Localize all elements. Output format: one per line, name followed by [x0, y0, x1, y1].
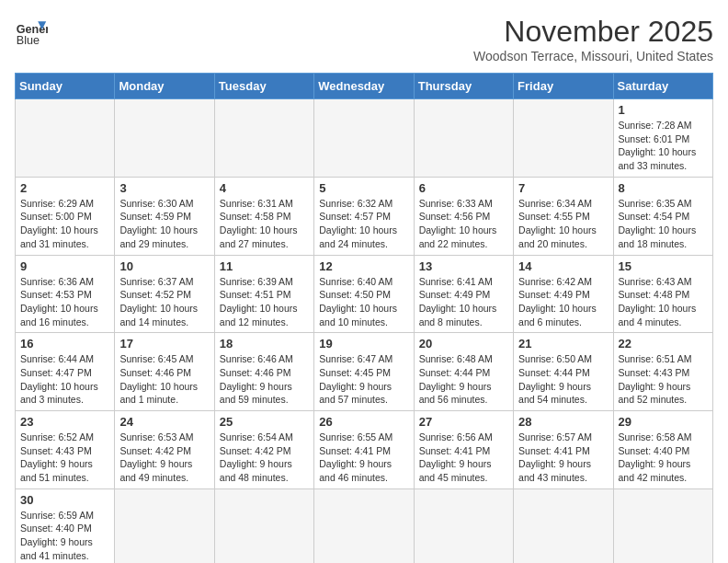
- day-number: 26: [319, 415, 408, 429]
- day-cell: 25Sunrise: 6:54 AM Sunset: 4:42 PM Dayli…: [214, 411, 313, 489]
- day-number: 11: [220, 259, 309, 273]
- day-info: Sunrise: 6:47 AM Sunset: 4:45 PM Dayligh…: [319, 352, 408, 407]
- day-cell: 10Sunrise: 6:37 AM Sunset: 4:52 PM Dayli…: [115, 255, 214, 333]
- day-number: 12: [319, 259, 408, 273]
- day-cell: [115, 99, 214, 178]
- day-cell: 23Sunrise: 6:52 AM Sunset: 4:43 PM Dayli…: [16, 411, 115, 489]
- day-info: Sunrise: 6:31 AM Sunset: 4:58 PM Dayligh…: [220, 197, 309, 251]
- week-row-5: 30Sunrise: 6:59 AM Sunset: 4:40 PM Dayli…: [16, 488, 713, 563]
- day-info: Sunrise: 6:33 AM Sunset: 4:56 PM Dayligh…: [419, 197, 508, 251]
- day-number: 27: [419, 415, 508, 429]
- day-cell: 28Sunrise: 6:57 AM Sunset: 4:41 PM Dayli…: [514, 411, 613, 489]
- day-cell: 18Sunrise: 6:46 AM Sunset: 4:46 PM Dayli…: [214, 333, 313, 411]
- day-cell: 14Sunrise: 6:42 AM Sunset: 4:49 PM Dayli…: [514, 255, 613, 333]
- day-number: 13: [419, 259, 508, 273]
- day-cell: 8Sunrise: 6:35 AM Sunset: 4:54 PM Daylig…: [613, 177, 712, 255]
- day-cell: [314, 488, 414, 563]
- day-info: Sunrise: 6:59 AM Sunset: 4:40 PM Dayligh…: [20, 509, 109, 563]
- day-info: Sunrise: 6:45 AM Sunset: 4:46 PM Dayligh…: [119, 352, 209, 407]
- day-number: 14: [518, 259, 608, 273]
- day-info: Sunrise: 6:50 AM Sunset: 4:44 PM Dayligh…: [518, 352, 608, 407]
- day-header-monday: Monday: [115, 74, 214, 99]
- day-number: 3: [119, 181, 209, 195]
- day-info: Sunrise: 6:41 AM Sunset: 4:49 PM Dayligh…: [419, 275, 508, 329]
- day-info: Sunrise: 6:51 AM Sunset: 4:43 PM Dayligh…: [619, 352, 708, 407]
- day-number: 19: [319, 337, 408, 350]
- day-info: Sunrise: 6:42 AM Sunset: 4:49 PM Dayligh…: [518, 275, 608, 329]
- day-number: 23: [20, 415, 109, 429]
- day-cell: 26Sunrise: 6:55 AM Sunset: 4:41 PM Dayli…: [314, 411, 414, 489]
- day-number: 15: [619, 259, 708, 273]
- day-header-saturday: Saturday: [613, 74, 712, 99]
- days-header-row: SundayMondayTuesdayWednesdayThursdayFrid…: [16, 74, 713, 99]
- day-info: Sunrise: 6:56 AM Sunset: 4:41 PM Dayligh…: [419, 431, 508, 485]
- day-cell: [414, 99, 513, 178]
- day-cell: 1Sunrise: 7:28 AM Sunset: 6:01 PM Daylig…: [613, 99, 712, 178]
- day-cell: 7Sunrise: 6:34 AM Sunset: 4:55 PM Daylig…: [514, 177, 613, 255]
- day-cell: 15Sunrise: 6:43 AM Sunset: 4:48 PM Dayli…: [613, 255, 712, 333]
- day-info: Sunrise: 6:32 AM Sunset: 4:57 PM Dayligh…: [319, 197, 408, 251]
- day-cell: [514, 488, 613, 563]
- day-header-thursday: Thursday: [414, 74, 513, 99]
- day-cell: 9Sunrise: 6:36 AM Sunset: 4:53 PM Daylig…: [16, 255, 115, 333]
- day-cell: 4Sunrise: 6:31 AM Sunset: 4:58 PM Daylig…: [214, 177, 313, 255]
- day-info: Sunrise: 6:36 AM Sunset: 4:53 PM Dayligh…: [20, 275, 109, 329]
- header: General Blue November 2025 Woodson Terra…: [15, 15, 713, 63]
- day-info: Sunrise: 6:46 AM Sunset: 4:46 PM Dayligh…: [220, 352, 309, 407]
- day-info: Sunrise: 6:52 AM Sunset: 4:43 PM Dayligh…: [20, 431, 109, 485]
- day-info: Sunrise: 6:40 AM Sunset: 4:50 PM Dayligh…: [319, 275, 408, 329]
- day-number: 21: [518, 337, 608, 350]
- day-cell: [613, 488, 712, 563]
- day-info: Sunrise: 6:37 AM Sunset: 4:52 PM Dayligh…: [119, 275, 209, 329]
- day-number: 24: [119, 415, 209, 429]
- day-info: Sunrise: 6:54 AM Sunset: 4:42 PM Dayligh…: [220, 431, 309, 485]
- month-title: November 2025: [473, 15, 713, 49]
- day-cell: 30Sunrise: 6:59 AM Sunset: 4:40 PM Dayli…: [16, 488, 115, 563]
- day-info: Sunrise: 6:48 AM Sunset: 4:44 PM Dayligh…: [419, 352, 508, 407]
- day-number: 25: [220, 415, 309, 429]
- day-number: 7: [518, 181, 608, 195]
- day-cell: [514, 99, 613, 178]
- day-number: 10: [119, 259, 209, 273]
- day-info: Sunrise: 6:44 AM Sunset: 4:47 PM Dayligh…: [20, 352, 109, 407]
- day-header-friday: Friday: [514, 74, 613, 99]
- day-number: 2: [20, 181, 109, 195]
- day-cell: [414, 488, 513, 563]
- day-number: 20: [419, 337, 508, 350]
- day-header-sunday: Sunday: [16, 74, 115, 99]
- week-row-3: 16Sunrise: 6:44 AM Sunset: 4:47 PM Dayli…: [16, 333, 713, 411]
- day-cell: 3Sunrise: 6:30 AM Sunset: 4:59 PM Daylig…: [115, 177, 214, 255]
- day-number: 22: [619, 337, 708, 350]
- day-number: 5: [319, 181, 408, 195]
- title-area: November 2025 Woodson Terrace, Missouri,…: [473, 15, 713, 63]
- logo-icon: General Blue: [15, 15, 48, 48]
- week-row-0: 1Sunrise: 7:28 AM Sunset: 6:01 PM Daylig…: [16, 99, 713, 178]
- day-cell: 27Sunrise: 6:56 AM Sunset: 4:41 PM Dayli…: [414, 411, 513, 489]
- day-info: Sunrise: 6:29 AM Sunset: 5:00 PM Dayligh…: [20, 197, 109, 251]
- day-number: 18: [220, 337, 309, 350]
- week-row-2: 9Sunrise: 6:36 AM Sunset: 4:53 PM Daylig…: [16, 255, 713, 333]
- day-number: 4: [220, 181, 309, 195]
- day-cell: [16, 99, 115, 178]
- calendar: SundayMondayTuesdayWednesdayThursdayFrid…: [15, 73, 713, 563]
- day-info: Sunrise: 6:55 AM Sunset: 4:41 PM Dayligh…: [319, 431, 408, 485]
- location-title: Woodson Terrace, Missouri, United States: [473, 49, 713, 63]
- day-cell: 12Sunrise: 6:40 AM Sunset: 4:50 PM Dayli…: [314, 255, 414, 333]
- day-number: 16: [20, 337, 109, 350]
- day-header-tuesday: Tuesday: [214, 74, 313, 99]
- week-row-1: 2Sunrise: 6:29 AM Sunset: 5:00 PM Daylig…: [16, 177, 713, 255]
- day-number: 30: [20, 493, 109, 507]
- day-cell: 20Sunrise: 6:48 AM Sunset: 4:44 PM Dayli…: [414, 333, 513, 411]
- day-info: Sunrise: 6:58 AM Sunset: 4:40 PM Dayligh…: [619, 431, 708, 485]
- day-cell: 22Sunrise: 6:51 AM Sunset: 4:43 PM Dayli…: [613, 333, 712, 411]
- day-info: Sunrise: 6:30 AM Sunset: 4:59 PM Dayligh…: [119, 197, 209, 251]
- day-cell: [314, 99, 414, 178]
- day-cell: 6Sunrise: 6:33 AM Sunset: 4:56 PM Daylig…: [414, 177, 513, 255]
- day-number: 1: [619, 103, 708, 117]
- day-number: 6: [419, 181, 508, 195]
- day-cell: 21Sunrise: 6:50 AM Sunset: 4:44 PM Dayli…: [514, 333, 613, 411]
- day-cell: [214, 488, 313, 563]
- day-number: 8: [619, 181, 708, 195]
- day-cell: 29Sunrise: 6:58 AM Sunset: 4:40 PM Dayli…: [613, 411, 712, 489]
- day-cell: 13Sunrise: 6:41 AM Sunset: 4:49 PM Dayli…: [414, 255, 513, 333]
